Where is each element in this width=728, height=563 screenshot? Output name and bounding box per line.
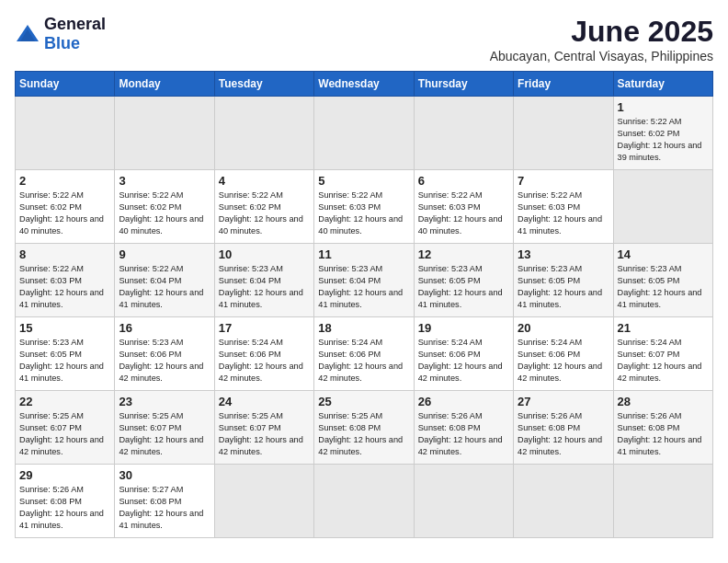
calendar-cell-empty — [314, 97, 414, 170]
calendar-cell-day-15: 15Sunrise: 5:23 AMSunset: 6:05 PMDayligh… — [16, 317, 115, 391]
calendar-cell-day-28: 28Sunrise: 5:26 AMSunset: 6:08 PMDayligh… — [613, 391, 712, 465]
calendar-cell-day-20: 20Sunrise: 5:24 AMSunset: 6:06 PMDayligh… — [514, 317, 613, 391]
calendar-cell-day-4: 4Sunrise: 5:22 AMSunset: 6:02 PMDaylight… — [214, 170, 313, 244]
calendar-cell-day-7: 7Sunrise: 5:22 AMSunset: 6:03 PMDaylight… — [514, 170, 613, 244]
calendar-cell-day-11: 11Sunrise: 5:23 AMSunset: 6:04 PMDayligh… — [314, 244, 414, 317]
calendar-cell-day-29: 29Sunrise: 5:26 AMSunset: 6:08 PMDayligh… — [16, 465, 115, 538]
calendar-cell-empty — [214, 465, 313, 538]
calendar-cell-day-26: 26Sunrise: 5:26 AMSunset: 6:08 PMDayligh… — [414, 391, 513, 465]
calendar-cell-day-9: 9Sunrise: 5:22 AMSunset: 6:04 PMDaylight… — [115, 244, 214, 317]
calendar-cell-empty — [514, 465, 613, 538]
page-header: General Blue June 2025 Abucayan, Central… — [15, 15, 713, 63]
calendar-cell-day-23: 23Sunrise: 5:25 AMSunset: 6:07 PMDayligh… — [115, 391, 214, 465]
calendar-cell-empty — [16, 97, 115, 170]
logo-general: General — [44, 15, 106, 33]
calendar-cell-empty — [514, 97, 613, 170]
calendar-cell-day-10: 10Sunrise: 5:23 AMSunset: 6:04 PMDayligh… — [214, 244, 313, 317]
calendar-cell-day-16: 16Sunrise: 5:23 AMSunset: 6:06 PMDayligh… — [115, 317, 214, 391]
calendar-cell-empty — [613, 465, 712, 538]
calendar-cell-empty — [613, 170, 712, 244]
calendar-cell-day-5: 5Sunrise: 5:22 AMSunset: 6:03 PMDaylight… — [314, 170, 414, 244]
calendar-cell-empty — [115, 97, 214, 170]
logo-text: General Blue — [44, 15, 106, 53]
calendar-week-row: 8Sunrise: 5:22 AMSunset: 6:03 PMDaylight… — [16, 244, 713, 317]
header-cell-friday: Friday — [514, 72, 613, 97]
month-title: June 2025 — [490, 15, 713, 49]
calendar-week-row: 2Sunrise: 5:22 AMSunset: 6:02 PMDaylight… — [16, 170, 713, 244]
calendar-cell-day-22: 22Sunrise: 5:25 AMSunset: 6:07 PMDayligh… — [16, 391, 115, 465]
calendar-body: 1Sunrise: 5:22 AMSunset: 6:02 PMDaylight… — [16, 97, 713, 538]
calendar-cell-day-2: 2Sunrise: 5:22 AMSunset: 6:02 PMDaylight… — [16, 170, 115, 244]
calendar-week-row: 1Sunrise: 5:22 AMSunset: 6:02 PMDaylight… — [16, 97, 713, 170]
calendar-cell-day-24: 24Sunrise: 5:25 AMSunset: 6:07 PMDayligh… — [214, 391, 313, 465]
calendar-cell-day-25: 25Sunrise: 5:25 AMSunset: 6:08 PMDayligh… — [314, 391, 414, 465]
header-cell-tuesday: Tuesday — [214, 72, 313, 97]
header-cell-sunday: Sunday — [16, 72, 115, 97]
calendar-week-row: 29Sunrise: 5:26 AMSunset: 6:08 PMDayligh… — [16, 465, 713, 538]
calendar-week-row: 22Sunrise: 5:25 AMSunset: 6:07 PMDayligh… — [16, 391, 713, 465]
calendar-cell-day-1: 1Sunrise: 5:22 AMSunset: 6:02 PMDaylight… — [613, 97, 712, 170]
logo-icon — [15, 21, 40, 47]
calendar-cell-day-3: 3Sunrise: 5:22 AMSunset: 6:02 PMDaylight… — [115, 170, 214, 244]
header-cell-monday: Monday — [115, 72, 214, 97]
calendar-cell-empty — [414, 465, 513, 538]
logo-blue: Blue — [44, 34, 80, 52]
calendar-cell-day-27: 27Sunrise: 5:26 AMSunset: 6:08 PMDayligh… — [514, 391, 613, 465]
calendar-cell-day-21: 21Sunrise: 5:24 AMSunset: 6:07 PMDayligh… — [613, 317, 712, 391]
header-cell-thursday: Thursday — [414, 72, 513, 97]
logo: General Blue — [15, 15, 106, 53]
calendar-week-row: 15Sunrise: 5:23 AMSunset: 6:05 PMDayligh… — [16, 317, 713, 391]
calendar-cell-day-13: 13Sunrise: 5:23 AMSunset: 6:05 PMDayligh… — [514, 244, 613, 317]
calendar-cell-day-17: 17Sunrise: 5:24 AMSunset: 6:06 PMDayligh… — [214, 317, 313, 391]
location-title: Abucayan, Central Visayas, Philippines — [490, 49, 713, 63]
calendar-cell-day-12: 12Sunrise: 5:23 AMSunset: 6:05 PMDayligh… — [414, 244, 513, 317]
calendar-cell-day-14: 14Sunrise: 5:23 AMSunset: 6:05 PMDayligh… — [613, 244, 712, 317]
calendar-cell-empty — [214, 97, 313, 170]
calendar-cell-day-18: 18Sunrise: 5:24 AMSunset: 6:06 PMDayligh… — [314, 317, 414, 391]
calendar-cell-empty — [414, 97, 513, 170]
title-block: June 2025 Abucayan, Central Visayas, Phi… — [490, 15, 713, 63]
calendar-table: SundayMondayTuesdayWednesdayThursdayFrid… — [15, 71, 713, 538]
header-cell-wednesday: Wednesday — [314, 72, 414, 97]
calendar-cell-day-6: 6Sunrise: 5:22 AMSunset: 6:03 PMDaylight… — [414, 170, 513, 244]
header-cell-saturday: Saturday — [613, 72, 712, 97]
calendar-cell-empty — [314, 465, 414, 538]
calendar-cell-day-30: 30Sunrise: 5:27 AMSunset: 6:08 PMDayligh… — [115, 465, 214, 538]
calendar-header-row: SundayMondayTuesdayWednesdayThursdayFrid… — [16, 72, 713, 97]
calendar-cell-day-19: 19Sunrise: 5:24 AMSunset: 6:06 PMDayligh… — [414, 317, 513, 391]
calendar-cell-day-8: 8Sunrise: 5:22 AMSunset: 6:03 PMDaylight… — [16, 244, 115, 317]
